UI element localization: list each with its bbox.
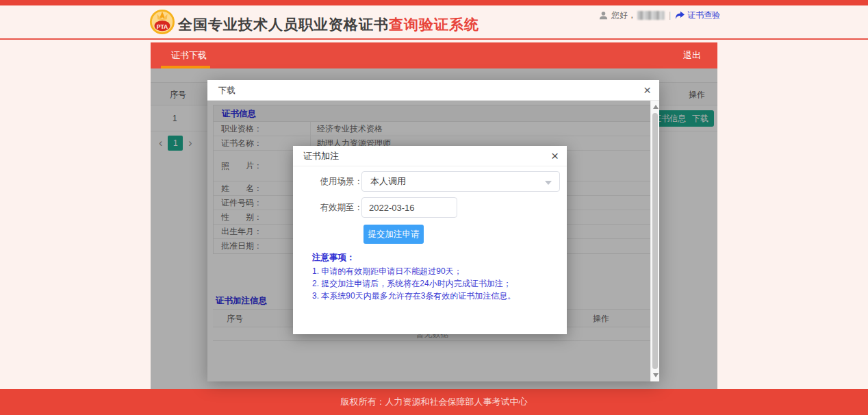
annotate-modal-title: 证书加注 bbox=[303, 146, 339, 166]
logout-label: 退出 bbox=[683, 50, 701, 60]
annotate-modal: 证书加注 × 使用场景： 本人调用 有效期至： 提交加注申请 注意事项： 1. … bbox=[293, 146, 567, 334]
page: PTA 全国专业技术人员职业资格证书查询验证系统 您好， | 证书查验 证书下载… bbox=[0, 0, 868, 415]
logout-button[interactable]: 退出 bbox=[683, 42, 701, 68]
certificate-verify-link[interactable]: 证书查验 bbox=[675, 10, 720, 21]
separator: | bbox=[669, 10, 671, 20]
tab-label: 证书下载 bbox=[171, 50, 207, 60]
annotate-modal-close-icon[interactable]: × bbox=[551, 147, 559, 165]
expiry-date-input[interactable] bbox=[361, 197, 457, 218]
user-area: 您好， | 证书查验 bbox=[598, 9, 720, 21]
svg-text:PTA: PTA bbox=[157, 23, 168, 30]
page-title-accent: 查询验证系统 bbox=[389, 16, 479, 32]
notes-title: 注意事项： bbox=[312, 252, 355, 264]
submit-annotation-button[interactable]: 提交加注申请 bbox=[363, 225, 424, 244]
note-line-1: 1. 申请的有效期距申请日不能超过90天； bbox=[312, 266, 462, 277]
header-divider bbox=[0, 38, 868, 40]
chevron-down-icon bbox=[545, 181, 552, 185]
nav-bar: 证书下载 退出 bbox=[151, 42, 717, 68]
download-modal-title: 下载 bbox=[218, 80, 235, 101]
user-icon bbox=[598, 10, 609, 21]
verify-link-label: 证书查验 bbox=[687, 10, 720, 21]
note-line-2: 2. 提交加注申请后，系统将在24小时内完成证书加注； bbox=[312, 278, 511, 290]
usage-scene-label: 使用场景： bbox=[308, 171, 363, 192]
download-modal-header: 下载 × bbox=[207, 80, 659, 101]
top-red-bar bbox=[0, 0, 868, 5]
page-title-main: 全国专业技术人员职业资格证书 bbox=[178, 16, 389, 32]
copyright-text: 版权所有：人力资源和社会保障部人事考试中心 bbox=[341, 397, 528, 407]
download-modal-close-icon[interactable]: × bbox=[643, 81, 651, 99]
scroll-down-arrow-icon[interactable] bbox=[653, 373, 659, 377]
modal-scrollbar[interactable] bbox=[650, 101, 659, 381]
annotate-modal-header: 证书加注 × bbox=[293, 146, 567, 166]
scrollbar-thumb[interactable] bbox=[652, 113, 658, 369]
pta-logo-icon: PTA bbox=[149, 9, 175, 35]
expiry-date-label: 有效期至： bbox=[308, 197, 363, 218]
greeting-text: 您好， bbox=[611, 10, 636, 21]
scroll-up-arrow-icon[interactable] bbox=[653, 105, 659, 109]
page-title: 全国专业技术人员职业资格证书查询验证系统 bbox=[178, 15, 479, 34]
usage-scene-value: 本人调用 bbox=[370, 172, 406, 191]
username-censored bbox=[637, 11, 665, 20]
usage-scene-select[interactable]: 本人调用 bbox=[361, 171, 560, 192]
note-line-3: 3. 本系统90天内最多允许存在3条有效的证书加注信息。 bbox=[312, 290, 515, 302]
forward-arrow-icon bbox=[675, 11, 685, 20]
tab-certificate-download[interactable]: 证书下载 bbox=[161, 42, 217, 68]
footer: 版权所有：人力资源和社会保障部人事考试中心 bbox=[0, 389, 868, 415]
